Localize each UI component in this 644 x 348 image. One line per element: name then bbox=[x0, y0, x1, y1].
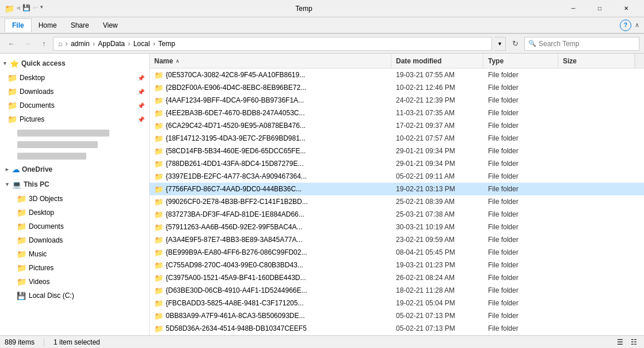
sidebar-item-desktop[interactable]: 📁 Desktop 📌 bbox=[0, 71, 149, 85]
file-type-cell: File folder bbox=[483, 160, 558, 168]
dropdown-arrow[interactable]: ▾ bbox=[40, 4, 43, 13]
table-row[interactable]: 📁 {788DB261-4DD1-43FA-8DC4-15D87279E... … bbox=[150, 157, 644, 170]
column-headers: Name ∧ Date modified Type Size bbox=[150, 54, 644, 69]
table-row[interactable]: 📁 {3397E1DB-E2FC-4A77-8C3A-A909467364...… bbox=[150, 170, 644, 183]
column-header-date[interactable]: Date modified bbox=[391, 54, 483, 68]
folder-icon: 📁 bbox=[154, 71, 163, 80]
table-row[interactable]: 📁 {58CD14FB-5B34-460E-9ED6-65DCC65FE... … bbox=[150, 145, 644, 157]
up-button[interactable]: ↑ bbox=[37, 37, 51, 51]
table-row[interactable]: 📁 {4EE2BA3B-6DE7-4670-BDB8-247A4053C... … bbox=[150, 107, 644, 119]
sidebar-item-pictures-pc[interactable]: 📁 Pictures bbox=[0, 261, 149, 275]
address-dropdown[interactable]: ▼ bbox=[494, 37, 506, 51]
file-type-cell: File folder bbox=[483, 71, 558, 79]
minimize-button[interactable]: ─ bbox=[560, 0, 586, 17]
close-button[interactable]: ✕ bbox=[613, 0, 639, 17]
list-view-button[interactable]: ☰ bbox=[614, 338, 626, 347]
address-path[interactable]: ⌂ › admin › AppData › Local › Temp bbox=[53, 37, 492, 51]
table-row[interactable]: 📁 {6CA29C42-4D71-4520-9E95-A0878EB476...… bbox=[150, 119, 644, 132]
sidebar-item-3dobjects[interactable]: 📁 3D Objects bbox=[0, 192, 149, 206]
sidebar-item-label: Desktop bbox=[29, 209, 54, 217]
floppy-icon[interactable]: 💾 bbox=[22, 4, 31, 13]
details-view-button[interactable]: ☷ bbox=[628, 338, 639, 347]
path-segment-temp[interactable]: Temp bbox=[158, 40, 175, 48]
table-row[interactable]: 📁 {C3975A00-1521-45A9-BF41-160DBE443D...… bbox=[150, 271, 644, 284]
status-separator bbox=[44, 338, 44, 346]
sidebar-item-label: Pictures bbox=[20, 115, 44, 123]
refresh-button[interactable]: ↻ bbox=[508, 37, 522, 51]
file-name-cell: 📁 {C3975A00-1521-45A9-BF41-160DBE443D... bbox=[150, 274, 391, 282]
file-name-cell: 📁 {58CD14FB-5B34-460E-9ED6-65DCC65FE... bbox=[150, 147, 391, 156]
table-row[interactable]: 📁 {A3A4E9F5-87E7-4BB3-8E89-3A845A77A... … bbox=[150, 233, 644, 246]
folder-docs-icon: 📁 bbox=[7, 100, 17, 111]
sidebar-item-localdisc[interactable]: 💾 Local Disc (C:) bbox=[0, 289, 149, 302]
sidebar-item-label: 3D Objects bbox=[29, 195, 63, 203]
back-button[interactable]: ← bbox=[5, 37, 18, 51]
column-header-size[interactable]: Size bbox=[558, 54, 635, 68]
sidebar-item-videos[interactable]: 📁 Videos bbox=[0, 275, 149, 289]
file-date-cell: 10-02-21 12:46 PM bbox=[391, 84, 483, 92]
quick-access-btn[interactable]: ◃ bbox=[17, 4, 20, 13]
path-segment-local[interactable]: Local bbox=[134, 40, 150, 48]
table-row[interactable]: 📁 {4AAF1234-9BFF-4DCA-9F60-BB9736F1A... … bbox=[150, 94, 644, 107]
help-button[interactable]: ? bbox=[620, 20, 631, 31]
sidebar-header-onedrive[interactable]: ► ☁ OneDrive bbox=[0, 162, 149, 177]
computer-icon: 💻 bbox=[12, 180, 21, 189]
table-row[interactable]: 📁 {BE999B9A-EA80-4FF6-B276-086C99FD02...… bbox=[150, 246, 644, 259]
table-row[interactable]: 📁 {2BD2F00A-E906-4D4C-8EBC-8EB96BE72... … bbox=[150, 81, 644, 94]
folder-icon: 📁 bbox=[154, 134, 163, 143]
file-date-cell: 19-02-21 03:13 PM bbox=[391, 185, 483, 193]
table-row[interactable]: 📁 5D58D36A-2634-4514-948B-DB10347CEEF5 0… bbox=[150, 322, 644, 335]
table-row[interactable]: 📁 {99026CF0-2E78-4B3B-BFF2-C141F1B2BD...… bbox=[150, 195, 644, 208]
file-type-cell: File folder bbox=[483, 286, 558, 294]
file-type-cell: File folder bbox=[483, 122, 558, 130]
file-type-cell: File folder bbox=[483, 185, 558, 193]
sidebar-item-desktop-pc[interactable]: 📁 Desktop bbox=[0, 206, 149, 220]
file-date-cell: 26-02-21 08:24 AM bbox=[391, 274, 483, 282]
sidebar-header-quickaccess[interactable]: ▼ ⭐ Quick access bbox=[0, 56, 149, 71]
table-row[interactable]: 📁 0BB83A99-A7F9-461A-8CA3-5B506093DE... … bbox=[150, 309, 644, 322]
file-name: {99026CF0-2E78-4B3B-BFF2-C141F1B2BD... bbox=[166, 198, 308, 206]
maximize-button[interactable]: □ bbox=[586, 0, 613, 17]
path-segment-admin[interactable]: admin bbox=[71, 40, 90, 48]
undo-icon[interactable]: ↩ bbox=[33, 4, 38, 13]
file-name-cell: 📁 {BE999B9A-EA80-4FF6-B276-086C99FD02... bbox=[150, 248, 391, 257]
sidebar-item-label: Documents bbox=[20, 101, 55, 109]
file-list[interactable]: 📁 {0E5370CA-3082-42C8-9F45-AA10FB8619...… bbox=[150, 69, 644, 335]
folder-icon: 📁 bbox=[7, 73, 17, 83]
table-row[interactable]: 📁 {57911263-AA6B-456D-92E2-99F5BAC4A... … bbox=[150, 221, 644, 233]
sidebar-item-downloads-pc[interactable]: 📁 Downloads bbox=[0, 233, 149, 247]
column-header-name[interactable]: Name ∧ bbox=[150, 54, 391, 68]
file-date-cell: 23-02-21 09:59 AM bbox=[391, 236, 483, 244]
forward-button[interactable]: → bbox=[21, 37, 35, 51]
table-row[interactable]: 📁 {D63BE30D-06CB-4910-A4F1-1D5244966E...… bbox=[150, 284, 644, 297]
search-box[interactable]: 🔍 bbox=[524, 37, 639, 51]
table-row[interactable]: 📁 {7756FAFD-86C7-4AAD-9DC0-444BB36C... 1… bbox=[150, 183, 644, 195]
table-row[interactable]: 📁 {C755AD98-270C-4043-99E0-C80B3BD43... … bbox=[150, 259, 644, 271]
tab-file[interactable]: File bbox=[5, 18, 32, 32]
tab-home[interactable]: Home bbox=[32, 19, 64, 32]
table-row[interactable]: 📁 {FBCBADD3-5825-4A8E-9481-C3F171205... … bbox=[150, 297, 644, 309]
sidebar-item-documents[interactable]: 📁 Documents 📌 bbox=[0, 99, 149, 112]
sidebar-header-thispc[interactable]: ▼ 💻 This PC bbox=[0, 177, 149, 192]
sidebar-item-downloads[interactable]: 📁 Downloads 📌 bbox=[0, 85, 149, 99]
sidebar-item-documents-pc[interactable]: 📁 Documents bbox=[0, 220, 149, 233]
content-area: Name ∧ Date modified Type Size 📁 {0E5370… bbox=[150, 54, 644, 335]
path-segment-appdata[interactable]: AppData bbox=[98, 40, 125, 48]
tab-share[interactable]: Share bbox=[64, 19, 96, 32]
sidebar-item-pictures[interactable]: 📁 Pictures 📌 bbox=[0, 112, 149, 126]
file-name: 0BB83A99-A7F9-461A-8CA3-5B506093DE... bbox=[166, 312, 304, 320]
table-row[interactable]: 📁 {0E5370CA-3082-42C8-9F45-AA10FB8619...… bbox=[150, 69, 644, 81]
sort-arrow-icon: ∧ bbox=[176, 58, 180, 64]
col-name-label: Name bbox=[154, 57, 173, 65]
search-input[interactable] bbox=[539, 40, 635, 48]
file-name-cell: 📁 5D58D36A-2634-4514-948B-DB10347CEEF5 bbox=[150, 324, 391, 333]
file-date-cell: 19-02-21 05:04 PM bbox=[391, 299, 483, 307]
table-row[interactable]: 📁 {837273BA-DF3F-4FAD-81DE-1E884AD66... … bbox=[150, 208, 644, 221]
sidebar: ▼ ⭐ Quick access 📁 Desktop 📌 📁 Downloads… bbox=[0, 54, 150, 335]
ribbon-expand-icon[interactable]: ∧ bbox=[635, 21, 639, 29]
tab-view[interactable]: View bbox=[96, 19, 125, 32]
folder-icon: 📁 bbox=[154, 286, 163, 295]
column-header-type[interactable]: Type bbox=[483, 54, 558, 68]
table-row[interactable]: 📁 {18F14712-3195-4DA3-9E7C-2FB69BD981...… bbox=[150, 132, 644, 145]
sidebar-item-music[interactable]: 📁 Music bbox=[0, 247, 149, 261]
